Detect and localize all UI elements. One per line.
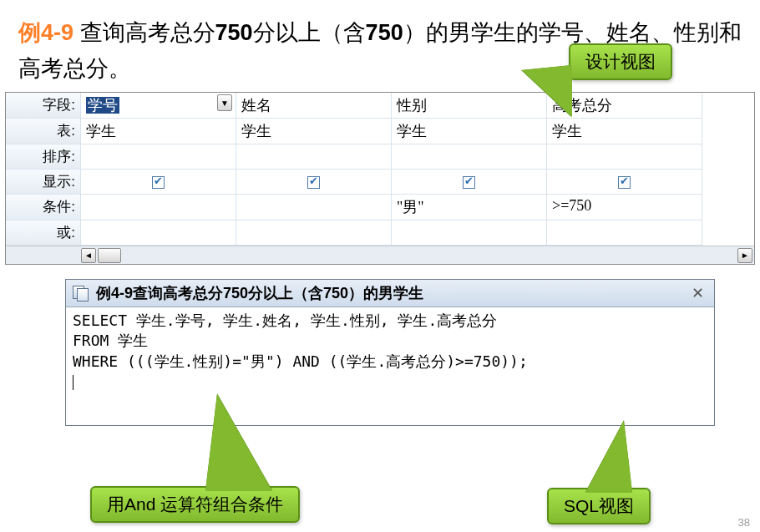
show-cell-col3[interactable] (547, 170, 702, 195)
checkbox-icon[interactable] (618, 176, 631, 189)
or-cell-col0[interactable] (81, 220, 236, 246)
table-cell-col1[interactable]: 学生 (236, 119, 392, 144)
example-label: 例 (18, 20, 41, 45)
query-design-grid: 字段: 学号▼ 姓名 性别 高考总分 表: 学生 学生 学生 学生 排序: 显示… (5, 92, 755, 265)
checkbox-icon[interactable] (152, 176, 165, 189)
sql-view-window: 例4-9查询高考总分750分以上（含750）的男学生 ✕ SELECT 学生.学… (65, 279, 715, 426)
callout-pointer (585, 421, 632, 493)
row-label-sort: 排序: (6, 144, 81, 170)
field-cell-col0[interactable]: 学号▼ (81, 93, 236, 119)
row-label-criteria: 条件: (6, 195, 81, 220)
example-number: 4-9 (41, 20, 73, 45)
or-cell-col1[interactable] (236, 220, 392, 246)
scroll-thumb[interactable] (98, 248, 121, 263)
row-label-show: 显示: (6, 170, 81, 195)
table-cell-col3[interactable]: 学生 (547, 119, 702, 144)
scroll-right-icon[interactable]: ► (737, 248, 752, 263)
dropdown-icon[interactable]: ▼ (217, 94, 232, 111)
page-number: 38 (738, 516, 750, 529)
checkbox-icon[interactable] (307, 176, 320, 189)
text-cursor (73, 375, 73, 390)
close-icon[interactable]: ✕ (688, 284, 707, 302)
row-label-or: 或: (6, 220, 81, 246)
callout-and-operator: 用And 运算符组合条件 (90, 486, 300, 523)
show-cell-col1[interactable] (236, 170, 392, 195)
scroll-left-icon[interactable]: ◄ (81, 248, 96, 263)
field-cell-col1[interactable]: 姓名 (236, 93, 392, 119)
criteria-cell-col1[interactable] (236, 195, 392, 220)
sort-cell-col3[interactable] (547, 144, 702, 170)
query-icon (73, 286, 89, 301)
row-label-field: 字段: (6, 93, 81, 119)
table-cell-col2[interactable]: 学生 (392, 119, 547, 144)
table-cell-col0[interactable]: 学生 (81, 119, 236, 144)
sort-cell-col2[interactable] (392, 144, 547, 170)
sort-cell-col0[interactable] (81, 144, 236, 170)
sql-window-titlebar: 例4-9查询高考总分750分以上（含750）的男学生 ✕ (66, 280, 714, 307)
or-cell-col2[interactable] (392, 220, 547, 246)
criteria-cell-col2[interactable]: "男" (392, 195, 547, 220)
callout-pointer (522, 65, 572, 117)
sql-text-area[interactable]: SELECT 学生.学号, 学生.姓名, 学生.性别, 学生.高考总分 FROM… (66, 307, 714, 425)
show-cell-col2[interactable] (392, 170, 547, 195)
row-label-table: 表: (6, 119, 81, 144)
sql-window-title: 例4-9查询高考总分750分以上（含750）的男学生 (96, 283, 423, 303)
criteria-cell-col3[interactable]: >=750 (547, 195, 702, 220)
callout-design-view: 设计视图 (569, 43, 672, 80)
callout-sql-view: SQL视图 (547, 488, 651, 524)
horizontal-scrollbar[interactable]: ◄ ► (6, 246, 754, 264)
criteria-cell-col0[interactable] (81, 195, 236, 220)
show-cell-col0[interactable] (81, 170, 236, 195)
checkbox-icon[interactable] (463, 176, 475, 189)
or-cell-col3[interactable] (547, 220, 702, 246)
callout-pointer (205, 394, 272, 491)
sort-cell-col1[interactable] (236, 144, 392, 170)
